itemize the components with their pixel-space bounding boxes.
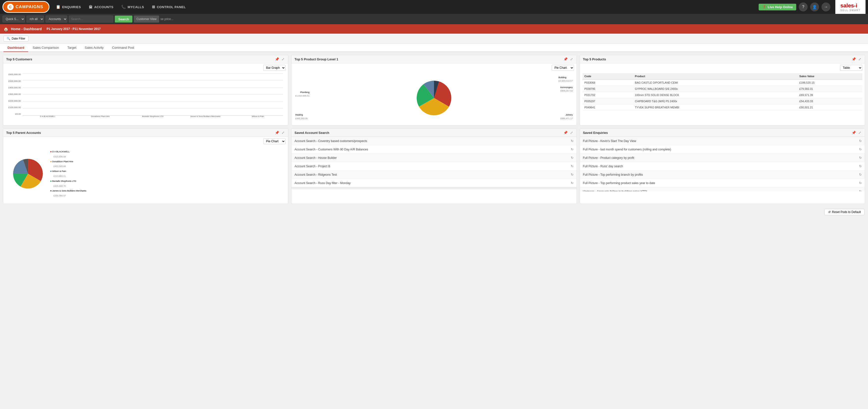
- top5productgroup-chart-select[interactable]: Pie Chart Bar Graph: [552, 65, 574, 71]
- list-item[interactable]: Full Picture - Top performing branch by …: [580, 170, 865, 179]
- list-item[interactable]: Account Search - Coventry based customer…: [291, 137, 576, 145]
- col-salesvalue: Sales Value: [798, 73, 862, 80]
- top5productgroup-expand-btn[interactable]: ⤢: [569, 57, 574, 61]
- list-item[interactable]: Account Search - Project B↻: [291, 162, 576, 170]
- date-filter-button[interactable]: 🔍 Date Filter: [3, 36, 28, 41]
- top5productgroup-body: Building£2,503,010.57 Plumbing£1,910,695…: [291, 71, 576, 125]
- search-button[interactable]: Search: [115, 15, 132, 23]
- saved-enquiries-expand-btn[interactable]: ⤢: [858, 131, 862, 135]
- top5productgroup-pin-btn[interactable]: 📌: [563, 57, 568, 61]
- tab-command-post[interactable]: Command Post: [108, 44, 138, 52]
- top5products-chart-select[interactable]: Table Bar Graph Pie Chart: [840, 65, 862, 71]
- col-code: Code: [583, 73, 633, 80]
- top5parentaccounts-chart-select[interactable]: Pie Chart Bar Graph: [263, 138, 285, 144]
- quick-search-select[interactable]: Quick S...: [2, 15, 25, 23]
- filter-bar: 🔍 Date Filter: [0, 34, 868, 44]
- nav-item-mycalls[interactable]: 📞 MYCALLS: [117, 0, 148, 14]
- pie-label-heating: Heating£945,393.05: [295, 113, 308, 120]
- pie-container-parent: [8, 154, 48, 194]
- refresh-icon[interactable]: ↻: [859, 164, 862, 168]
- tab-sales-comparison[interactable]: Sales Comparison: [29, 44, 63, 52]
- refresh-icon[interactable]: ↻: [571, 156, 574, 160]
- campaigns-label: CAMPAIGNS: [16, 4, 43, 9]
- top5customers-pin-btn[interactable]: 📌: [274, 57, 280, 61]
- list-item[interactable]: Account Search - Ridgeons Test↻: [291, 170, 576, 179]
- table-row: P038795GYPROC WALLBOARD S/E 2400x£79,582…: [583, 86, 862, 92]
- list-item[interactable]: Full Picture - Kevin's Start The Day Vie…: [580, 137, 865, 145]
- saved-account-item-label: Account Search - House Builder: [294, 156, 337, 160]
- saved-enquiries-pin-btn[interactable]: 📌: [851, 131, 856, 135]
- list-item[interactable]: Account Search - House Builder↻: [291, 154, 576, 162]
- x-label-4: James & Sons Builders Merchants: [180, 115, 230, 118]
- x-label-3: Bentalls Shopfronts LTD: [128, 115, 178, 118]
- scrollbar-indicator[interactable]: [291, 187, 576, 189]
- saved-account-search-title: Saved Account Search: [294, 131, 329, 135]
- refresh-icon[interactable]: ↻: [571, 139, 574, 143]
- list-item[interactable]: Full Picture - Russ' day search↻: [580, 162, 865, 170]
- top5customers-chart-select[interactable]: Bar Graph Pie Chart: [263, 65, 285, 71]
- nav-item-controlpanel[interactable]: ⊞ CONTROL PANEL: [148, 0, 190, 14]
- search-all-select[interactable]: rch all: [27, 15, 44, 23]
- top5parentaccounts-body: ■ D A BLACKWELL£520,606.94 ■ Donaldson P…: [3, 144, 288, 203]
- home-icon: 🏠: [3, 27, 8, 31]
- saved-enquiry-item-label: Full Picture - Top performing branch by …: [583, 173, 643, 177]
- top5parentaccounts-expand-btn[interactable]: ⤢: [281, 131, 285, 135]
- accounts-select[interactable]: Accounts: [45, 15, 67, 23]
- top5productgroup-header: Top 5 Product Group Level 1 📌 ⤢: [291, 55, 576, 63]
- live-help-button[interactable]: ❓ Live Help Online: [758, 4, 796, 10]
- parent-label-dab: ■ D A BLACKWELL£520,606.94: [50, 150, 86, 159]
- list-item[interactable]: Full Picture - last month spend for cust…: [580, 145, 865, 154]
- refresh-icon[interactable]: ↻: [571, 148, 574, 151]
- table-row: P049641TYVEK SUPRO BREATHER MEMBI£50,501…: [583, 104, 862, 111]
- list-item[interactable]: Variance - Accounts failing in building …: [580, 187, 865, 191]
- search-input[interactable]: [69, 15, 113, 23]
- breadcrumb-date: P1 January 2017 - P11 November 2017: [46, 27, 100, 31]
- refresh-icon[interactable]: ↻: [859, 148, 862, 151]
- list-item[interactable]: Full Picture - Top performing product sa…: [580, 179, 865, 187]
- refresh-icon[interactable]: ↻: [571, 173, 574, 177]
- refresh-icon[interactable]: ↻: [859, 181, 862, 185]
- pie-svg-parent: [8, 154, 48, 193]
- saved-account-search-expand-btn[interactable]: ⤢: [569, 131, 574, 135]
- refresh-icon[interactable]: ↻: [859, 190, 862, 191]
- top5customers-expand-btn[interactable]: ⤢: [281, 57, 285, 61]
- saved-account-search-pin-btn[interactable]: 📌: [563, 131, 568, 135]
- main-grid: Top 5 Customers 📌 ⤢ Bar Graph Pie Chart …: [0, 52, 868, 128]
- saved-enquiries-list: Full Picture - Kevin's Start The Day Vie…: [580, 137, 865, 191]
- table-row: P033068BAG CASTLE O/PORTLAND CEMI£188,52…: [583, 80, 862, 86]
- customer-view-button[interactable]: Customer View: [134, 15, 159, 23]
- top5customers-header: Top 5 Customers 📌 ⤢: [3, 55, 288, 63]
- table-row: P031702100mm STD SOLID DENSE BLOCK£69,57…: [583, 92, 862, 98]
- top5products-expand-btn[interactable]: ⤢: [858, 57, 862, 61]
- list-item[interactable]: Account Search - Russ Day filter - Monda…: [291, 179, 576, 187]
- tab-dashboard[interactable]: Dashboard: [3, 44, 28, 52]
- refresh-icon[interactable]: ↻: [571, 164, 574, 168]
- top5productgroup-icons: 📌 ⤢: [563, 57, 574, 61]
- arrow-icon-btn[interactable]: →: [822, 2, 830, 11]
- campaigns-button[interactable]: C CAMPAIGNS: [2, 1, 50, 13]
- saved-enquiries-header: Saved Enquiries 📌 ⤢: [580, 129, 865, 137]
- refresh-icon[interactable]: ↻: [571, 181, 574, 185]
- saved-enquiries-title: Saved Enquiries: [583, 131, 608, 135]
- user-icon-btn[interactable]: 👤: [810, 2, 819, 11]
- saved-enquiries-icons: 📌 ⤢: [851, 131, 862, 135]
- list-item[interactable]: Full Picture - Product category by profi…: [580, 154, 865, 162]
- nav-item-accounts[interactable]: 🏛 ACCOUNTS: [85, 0, 117, 14]
- top5productgroup-chart-header: Pie Chart Bar Graph: [291, 63, 576, 71]
- tab-sales-activity[interactable]: Sales Activity: [81, 44, 107, 52]
- saved-account-item-label: Account Search - Coventry based customer…: [294, 139, 367, 143]
- nav-item-enquiries[interactable]: 📋 ENQUIRIES: [52, 0, 85, 14]
- top5products-pin-btn[interactable]: 📌: [851, 57, 856, 61]
- top-navigation: C CAMPAIGNS 📋 ENQUIRIES 🏛 ACCOUNTS 📞 MYC…: [0, 0, 868, 14]
- help-icon-btn[interactable]: ?: [799, 2, 808, 11]
- refresh-icon[interactable]: ↻: [859, 173, 862, 177]
- table-cell: GYPROC WALLBOARD S/E 2400x: [633, 86, 798, 92]
- top5parentaccounts-panel: Top 5 Parent Accounts 📌 ⤢ Pie Chart Bar …: [3, 128, 288, 204]
- table-cell: £69,571.39: [798, 92, 862, 98]
- top5parentaccounts-pin-btn[interactable]: 📌: [274, 131, 280, 135]
- reset-pods-button[interactable]: ↺ Reset Pods to Default: [825, 209, 865, 215]
- refresh-icon[interactable]: ↻: [859, 156, 862, 160]
- tab-target[interactable]: Target: [63, 44, 80, 52]
- refresh-icon[interactable]: ↻: [859, 139, 862, 143]
- list-item[interactable]: Account Search - Customers With 90 Day A…: [291, 145, 576, 154]
